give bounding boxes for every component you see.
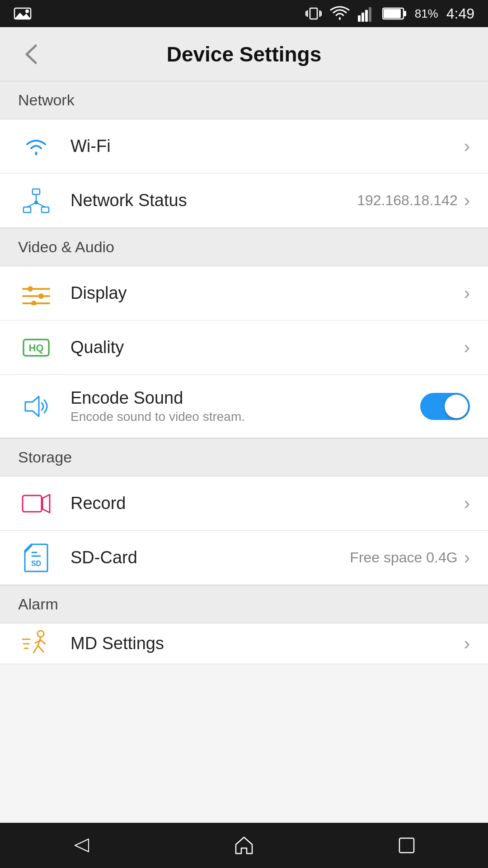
svg-point-2: [25, 9, 29, 13]
svg-point-38: [38, 631, 44, 637]
battery-icon: [382, 7, 407, 20]
md-settings-item[interactable]: MD Settings ›: [0, 623, 488, 664]
svg-rect-11: [369, 7, 371, 22]
signal-icon: [358, 5, 374, 22]
record-icon: [18, 486, 54, 522]
md-settings-chevron: ›: [464, 633, 470, 654]
svg-rect-18: [42, 207, 49, 212]
svg-marker-47: [75, 839, 89, 852]
svg-point-24: [28, 286, 33, 292]
svg-point-22: [34, 201, 38, 204]
network-status-right: 192.168.18.142 ›: [357, 190, 470, 211]
quality-icon: HQ: [18, 330, 54, 366]
svg-text:HQ: HQ: [29, 342, 44, 354]
encode-sound-icon: [18, 388, 54, 425]
sdcard-chevron: ›: [464, 547, 470, 568]
svg-rect-8: [358, 15, 361, 22]
encode-sound-right: [420, 393, 470, 420]
svg-text:SD: SD: [31, 560, 41, 567]
quality-item[interactable]: HQ Quality ›: [0, 321, 488, 375]
nav-home-button[interactable]: [217, 827, 271, 863]
status-bar: 81% 4:49: [0, 0, 488, 27]
svg-line-41: [38, 646, 43, 652]
network-status-label: Network Status: [70, 191, 357, 210]
svg-line-43: [41, 640, 45, 644]
md-settings-label: MD Settings: [70, 634, 464, 653]
encode-sound-content: Encode Sound Encode sound to video strea…: [70, 388, 420, 424]
back-button[interactable]: [18, 38, 50, 70]
display-icon: [18, 275, 54, 311]
encode-sound-item[interactable]: Encode Sound Encode sound to video strea…: [0, 375, 488, 438]
toggle-knob: [445, 395, 468, 418]
wifi-status-icon: [330, 5, 350, 22]
record-chevron: ›: [464, 493, 470, 514]
network-status-content: Network Status: [70, 191, 357, 210]
svg-marker-1: [14, 13, 31, 19]
wifi-label: Wi-Fi: [70, 137, 464, 156]
wifi-chevron: ›: [464, 136, 470, 156]
svg-rect-16: [33, 189, 40, 194]
section-alarm: Alarm: [0, 585, 488, 623]
section-video-audio: Video & Audio: [0, 228, 488, 266]
display-right: ›: [464, 283, 470, 303]
section-network: Network: [0, 81, 488, 119]
svg-point-26: [38, 293, 44, 299]
network-status-item[interactable]: Network Status 192.168.18.142 ›: [0, 174, 488, 228]
sdcard-value: Free space 0.4G: [350, 549, 457, 566]
vibrate-icon: [305, 5, 322, 22]
network-icon: [18, 183, 54, 219]
encode-sound-sublabel: Encode sound to video stream.: [70, 410, 420, 424]
md-settings-content: MD Settings: [70, 634, 464, 653]
svg-rect-9: [361, 13, 364, 22]
network-status-value: 192.168.18.142: [357, 192, 457, 209]
quality-right: ›: [464, 337, 470, 358]
svg-rect-49: [399, 838, 414, 853]
battery-percent: 81%: [415, 7, 438, 21]
app-bar: Device Settings: [0, 27, 488, 81]
nav-recents-button[interactable]: [380, 827, 434, 863]
record-item[interactable]: Record ›: [0, 476, 488, 531]
md-icon: [18, 626, 54, 662]
record-content: Record: [70, 494, 464, 513]
svg-point-28: [31, 301, 37, 305]
svg-marker-33: [42, 495, 50, 513]
page-title: Device Settings: [50, 42, 438, 66]
network-status-chevron: ›: [464, 190, 470, 211]
svg-rect-3: [310, 8, 317, 19]
svg-rect-32: [23, 495, 42, 512]
svg-rect-14: [404, 11, 406, 16]
status-left-icons: [14, 6, 32, 21]
record-right: ›: [464, 493, 470, 514]
sdcard-right: Free space 0.4G ›: [350, 547, 470, 568]
sdcard-item[interactable]: SD SD-Card Free space 0.4G ›: [0, 531, 488, 585]
wifi-icon: [18, 128, 54, 165]
encode-sound-toggle[interactable]: [420, 393, 470, 420]
display-chevron: ›: [464, 283, 470, 303]
quality-label: Quality: [70, 338, 464, 357]
display-label: Display: [70, 283, 464, 303]
display-item[interactable]: Display ›: [0, 266, 488, 321]
svg-rect-13: [384, 9, 401, 18]
record-label: Record: [70, 494, 464, 513]
encode-sound-label: Encode Sound: [70, 388, 420, 408]
svg-marker-31: [25, 396, 39, 416]
sdcard-content: SD-Card: [70, 548, 350, 567]
status-time: 4:49: [446, 5, 474, 22]
svg-rect-10: [365, 10, 368, 22]
wifi-item[interactable]: Wi-Fi ›: [0, 119, 488, 174]
display-content: Display: [70, 283, 464, 303]
svg-rect-17: [23, 207, 31, 212]
bottom-nav: [0, 823, 488, 868]
sdcard-label: SD-Card: [70, 548, 350, 567]
nav-back-button[interactable]: [54, 827, 108, 863]
wifi-right: ›: [464, 136, 470, 156]
svg-marker-48: [236, 837, 252, 854]
quality-content: Quality: [70, 338, 464, 357]
section-storage: Storage: [0, 438, 488, 476]
md-settings-right: ›: [464, 633, 470, 654]
svg-line-40: [33, 646, 38, 653]
wifi-content: Wi-Fi: [70, 137, 464, 156]
sdcard-icon: SD: [18, 540, 54, 576]
quality-chevron: ›: [464, 337, 470, 358]
